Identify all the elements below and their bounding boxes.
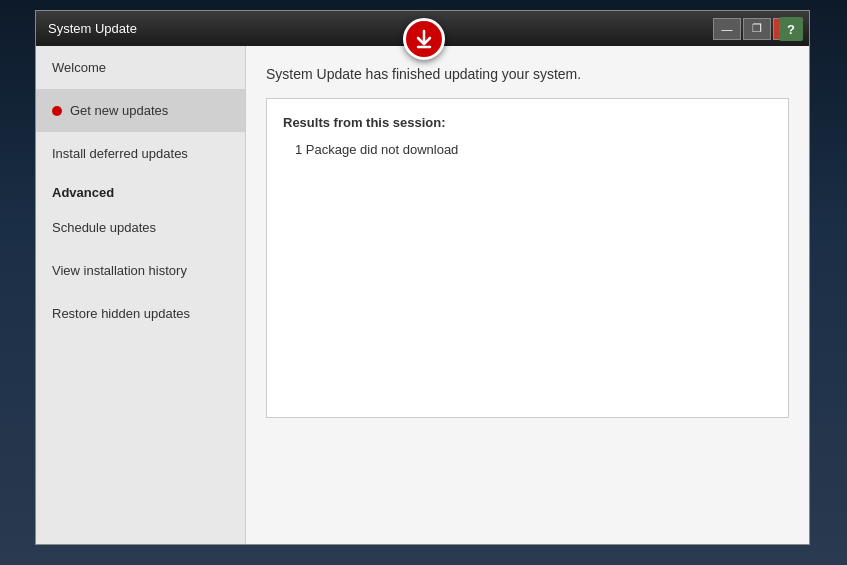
restore-button[interactable]: ❐ bbox=[743, 18, 771, 40]
install-deferred-label: Install deferred updates bbox=[52, 146, 188, 161]
main-status-title: System Update has finished updating your… bbox=[266, 66, 789, 82]
sidebar-item-get-new-updates[interactable]: Get new updates bbox=[36, 89, 245, 132]
app-logo-icon bbox=[403, 18, 445, 60]
restore-hidden-label: Restore hidden updates bbox=[52, 306, 190, 321]
help-button[interactable]: ? bbox=[779, 17, 803, 41]
sidebar: Welcome Get new updates Install deferred… bbox=[36, 46, 246, 544]
results-header: Results from this session: bbox=[283, 115, 772, 130]
sidebar-item-schedule-updates[interactable]: Schedule updates bbox=[36, 206, 245, 249]
active-dot-icon bbox=[52, 106, 62, 116]
get-new-updates-label: Get new updates bbox=[70, 103, 168, 118]
sidebar-item-view-history[interactable]: View installation history bbox=[36, 249, 245, 292]
view-history-label: View installation history bbox=[52, 263, 187, 278]
sidebar-item-welcome[interactable]: Welcome bbox=[36, 46, 245, 89]
main-window: System Update — ❐ ✕ ? Welcome Get new up… bbox=[35, 10, 810, 545]
window-title: System Update bbox=[44, 21, 713, 36]
schedule-updates-label: Schedule updates bbox=[52, 220, 156, 235]
content-area: Welcome Get new updates Install deferred… bbox=[36, 46, 809, 544]
advanced-section-header: Advanced bbox=[36, 175, 245, 206]
sidebar-item-restore-hidden[interactable]: Restore hidden updates bbox=[36, 292, 245, 335]
results-item: 1 Package did not download bbox=[283, 142, 772, 157]
results-box: Results from this session: 1 Package did… bbox=[266, 98, 789, 418]
minimize-button[interactable]: — bbox=[713, 18, 741, 40]
welcome-label: Welcome bbox=[52, 60, 106, 75]
main-content: System Update has finished updating your… bbox=[246, 46, 809, 544]
sidebar-item-install-deferred[interactable]: Install deferred updates bbox=[36, 132, 245, 175]
